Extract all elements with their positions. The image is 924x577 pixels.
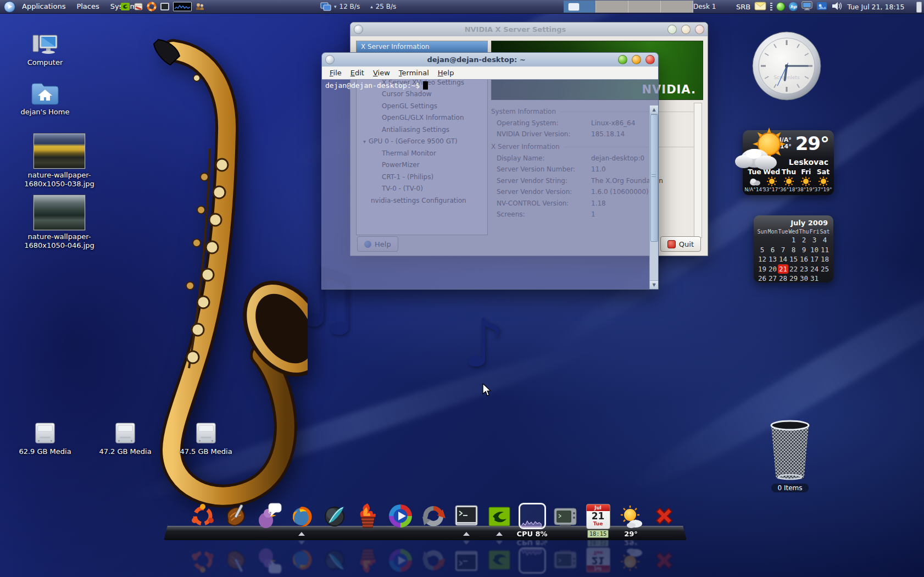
- mouse-cursor: [482, 384, 492, 397]
- close-button[interactable]: [695, 25, 704, 34]
- cpu-usage-label: CPU 8%: [516, 530, 547, 538]
- dock-brasero-icon[interactable]: [353, 503, 382, 539]
- panel-launchers: [120, 1, 205, 12]
- icon-label: dejan's Home: [21, 108, 70, 116]
- clock-widget[interactable]: Screenlets: [752, 31, 822, 101]
- main-menu-logo-icon[interactable]: [4, 1, 15, 13]
- media-tray-icon[interactable]: [816, 2, 827, 12]
- terminal-titlebar[interactable]: dejan@dejan-desktop: ~: [322, 53, 658, 66]
- minimize-button[interactable]: [667, 25, 677, 34]
- terminal-screen[interactable]: dejan@dejan-desktop:~$ ▲ ▼: [322, 79, 658, 289]
- window-title: NVIDIA X Server Settings: [366, 25, 664, 34]
- scroll-down-icon[interactable]: ▼: [650, 280, 658, 289]
- trash-widget[interactable]: 0 Items: [765, 419, 815, 492]
- menu-places[interactable]: Places: [71, 0, 104, 13]
- display-settings-icon[interactable]: [801, 1, 812, 12]
- dock-temp-label: 29°: [624, 530, 638, 538]
- scrollbar-thumb[interactable]: [650, 114, 658, 242]
- calendar-headers: SunMonTueWedThuFriSat: [754, 228, 833, 235]
- dock-media-player-icon[interactable]: [386, 503, 415, 539]
- nvidia-titlebar[interactable]: NVIDIA X Server Settings: [350, 23, 708, 36]
- nvidia-scroll-strip[interactable]: [694, 103, 702, 238]
- desktop-icon-wallpaper-046[interactable]: nature-wallpaper-1680x1050-046.jpg: [15, 195, 103, 250]
- dock-icons-row: CPU 8% Jul 21 Tue 18:15 29°: [188, 502, 678, 539]
- minimize-button[interactable]: [618, 55, 627, 64]
- menu-edit[interactable]: Edit: [346, 69, 369, 77]
- upload-arrow-icon: ▴: [370, 4, 373, 9]
- hp-device-icon[interactable]: hp: [789, 2, 798, 11]
- quit-button[interactable]: Quit: [660, 236, 701, 252]
- desktop-icon-computer[interactable]: Computer: [19, 32, 71, 67]
- nvidia-tray-icon[interactable]: [120, 1, 131, 12]
- dock-ubuntu-icon[interactable]: [188, 503, 217, 539]
- maximize-button[interactable]: [681, 25, 691, 34]
- menu-help[interactable]: Help: [433, 69, 459, 77]
- menu-applications[interactable]: Applications: [16, 0, 71, 13]
- dock-tv-icon[interactable]: [550, 504, 580, 539]
- calendar-page-icon: Jul 21 Tue: [586, 504, 610, 529]
- workspace-1[interactable]: [564, 1, 596, 13]
- dock-weather-icon[interactable]: 29°: [616, 505, 645, 539]
- dock-close-icon[interactable]: [649, 503, 678, 539]
- mail-notification-icon[interactable]: [754, 2, 766, 12]
- window-menu-orb-icon[interactable]: [354, 25, 363, 34]
- keyboard-layout-indicator[interactable]: SRB: [736, 3, 750, 11]
- calendar-widget[interactable]: July 2009 SunMonTueWedThuFriSat 1234 567…: [754, 215, 833, 282]
- im-status-icon[interactable]: [776, 2, 785, 11]
- terminal-cursor: [423, 81, 428, 90]
- dock-firefox-icon[interactable]: [287, 503, 316, 539]
- clock-brand-text: Screenlets: [773, 75, 800, 80]
- desktop-icon-home[interactable]: dejan's Home: [19, 81, 71, 116]
- panel-clock[interactable]: Tue Jul 21, 18:15: [847, 3, 904, 11]
- dock-time-lcd: 18:15: [587, 530, 609, 538]
- dock-pidgin-icon[interactable]: [254, 503, 283, 539]
- panel-tray: SRB hp Tue Jul 21, 18:15: [736, 0, 904, 13]
- network-monitor-icon: [320, 2, 331, 11]
- drive-icon: [193, 422, 219, 445]
- dock-update-manager-icon[interactable]: [419, 503, 448, 539]
- trash-count-label: 0 Items: [771, 484, 808, 492]
- icon-label: 47.2 GB Media: [99, 447, 151, 456]
- scroll-up-icon[interactable]: ▲: [650, 106, 658, 114]
- menu-file[interactable]: File: [325, 69, 346, 77]
- menu-view[interactable]: View: [369, 69, 394, 77]
- calendar-grid: 1234 567891011 12131415161718 1920212223…: [754, 235, 833, 284]
- dock-game-icon[interactable]: [221, 503, 250, 539]
- dock-calendar-icon[interactable]: Jul 21 Tue 18:15: [583, 504, 613, 539]
- dock-graphics-app-icon[interactable]: [320, 503, 349, 539]
- help-ring-icon[interactable]: [146, 1, 157, 12]
- terminal-menubar: File Edit View Terminal Help: [322, 66, 658, 80]
- maximize-button[interactable]: [632, 55, 641, 64]
- window-title: dejan@dejan-desktop: ~: [338, 56, 615, 64]
- icon-label: Computer: [27, 58, 63, 67]
- desktop-icon-drive-2[interactable]: 47.2 GB Media: [92, 422, 158, 456]
- dock-cpu-monitor[interactable]: CPU 8%: [517, 503, 547, 539]
- terminal-window: dejan@dejan-desktop: ~ File Edit View Te…: [321, 52, 659, 290]
- image-thumbnail: [34, 134, 85, 169]
- desktop-icon-drive-1[interactable]: 62.9 GB Media: [12, 422, 78, 456]
- calendar-today: 21: [778, 264, 788, 274]
- workspace-2[interactable]: [596, 1, 628, 13]
- package-tray-icon[interactable]: [133, 1, 144, 12]
- users-tray-icon[interactable]: [194, 1, 205, 12]
- terminal-tray-icon[interactable]: [159, 1, 170, 12]
- icon-label: nature-wallpaper-1680x1050-046.jpg: [24, 232, 94, 250]
- menu-terminal[interactable]: Terminal: [394, 69, 433, 77]
- panel-edge-handle[interactable]: [916, 2, 922, 13]
- terminal-scrollbar[interactable]: ▲ ▼: [649, 106, 658, 289]
- dock-terminal-icon[interactable]: [452, 504, 481, 539]
- desktop-icon-drive-3[interactable]: 47.5 GB Media: [173, 422, 239, 456]
- window-menu-orb-icon[interactable]: [325, 55, 335, 64]
- net-down-rate: 12 B/s: [339, 3, 360, 10]
- download-arrow-icon: ▾: [334, 4, 337, 9]
- tray-drag-handle[interactable]: [770, 3, 772, 11]
- tree-item[interactable]: X Server Information: [357, 41, 487, 53]
- close-button[interactable]: [645, 55, 655, 64]
- workspace-4[interactable]: [661, 1, 693, 13]
- workspace-3[interactable]: [628, 1, 661, 13]
- audio-visualizer-icon[interactable]: [172, 1, 192, 12]
- dock-nvidia-settings-icon[interactable]: [485, 504, 514, 539]
- volume-icon[interactable]: [831, 2, 843, 12]
- network-monitor-applet[interactable]: ▾ 12 B/s ▴ 25 B/s: [320, 0, 396, 13]
- desktop-icon-wallpaper-038[interactable]: nature-wallpaper-1680x1050-038.jpg: [15, 134, 103, 188]
